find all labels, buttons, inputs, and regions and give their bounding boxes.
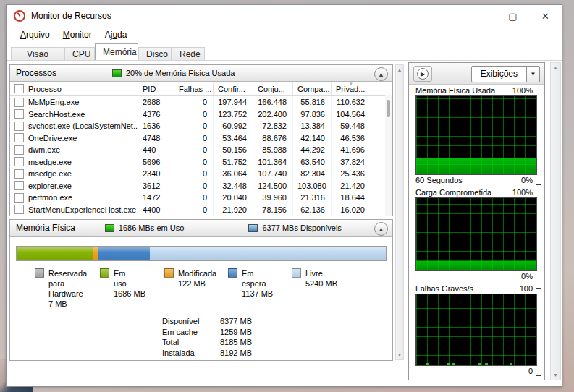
scroll-down-icon[interactable]: ▼ — [396, 350, 403, 359]
row-checkbox[interactable] — [14, 157, 24, 166]
cell-privad: 16.020 — [331, 204, 371, 216]
right-panel-scrollbar[interactable]: ▲ ▼ — [550, 62, 561, 380]
column-header-0[interactable]: Processo — [10, 82, 138, 95]
maximize-button[interactable]: ▢ — [497, 5, 529, 27]
process-name: dwm.exe — [28, 145, 60, 154]
cell-compa: 62.136 — [292, 204, 331, 216]
tab-rede[interactable]: Rede — [172, 47, 205, 60]
cell-compa: 97.836 — [292, 108, 331, 121]
row-checkbox[interactable] — [14, 181, 24, 190]
views-button[interactable]: Exibições ▼ — [471, 66, 540, 82]
menu-item-monitor[interactable]: Monitor — [56, 28, 98, 41]
cell-pid: 4748 — [138, 132, 174, 145]
graphs-panel-header: ▶ Exibições ▼ — [409, 63, 544, 85]
cell-privad: 18.644 — [331, 192, 371, 204]
graph-min-label: 0% — [521, 272, 533, 283]
minimize-button[interactable]: – — [464, 5, 497, 27]
tab-visão-geral[interactable]: Visão Geral — [11, 47, 64, 60]
close-button[interactable]: ✕ — [529, 5, 562, 27]
menu-item-arquivo[interactable]: Arquivo — [14, 28, 56, 41]
cell-confir: 60.992 — [213, 120, 253, 132]
column-header-5[interactable]: Compa... — [292, 82, 331, 95]
tab-memória[interactable]: Memória — [95, 43, 138, 60]
legend-item: Emespera1137 MB — [228, 268, 290, 299]
menu-item-ajuda[interactable]: Ajuda — [98, 28, 134, 41]
cell-confir: 123.752 — [213, 108, 253, 121]
row-checkbox[interactable] — [14, 169, 24, 179]
table-row[interactable]: msedge.exe2340036.064107.74082.30425.436 — [10, 168, 392, 180]
legend-item: Emuso1686 MB — [100, 268, 162, 299]
process-table-scrollbar[interactable] — [385, 95, 392, 216]
table-row[interactable]: StartMenuExperienceHost.exe4400021.92078… — [10, 204, 392, 216]
column-header-6[interactable]: Privad...∨ — [331, 82, 371, 95]
available-text: 6377 MBs Disponíveis — [262, 223, 341, 232]
select-all-checkbox[interactable] — [14, 84, 24, 93]
cell-pid: 2688 — [138, 96, 174, 108]
graph-bottom-row: 0 — [409, 366, 544, 378]
cell-conju: 78.156 — [253, 204, 292, 216]
cell-confir: 21.920 — [213, 204, 253, 216]
cell-conju: 101.364 — [253, 156, 292, 169]
maximize-icon: ▢ — [508, 11, 517, 22]
bar-segment-livre — [150, 247, 386, 260]
tab-cpu[interactable]: CPU — [64, 47, 95, 60]
table-row[interactable]: SearchHost.exe43760123.752202.40097.8361… — [10, 108, 392, 121]
processes-collapse-button[interactable]: ▲ — [374, 67, 388, 81]
table-row[interactable]: msedge.exe5696051.752101.36463.54037.824 — [10, 156, 392, 169]
graph-max-label: 100 — [520, 284, 533, 293]
row-checkbox[interactable] — [14, 193, 24, 203]
legend-swatch — [35, 268, 44, 278]
row-checkbox[interactable] — [14, 205, 24, 214]
column-header-1[interactable]: PID — [138, 82, 174, 95]
graphs-container: Memória Física Usada100%60 Segundos0%Car… — [409, 85, 544, 378]
left-column-scrollbar[interactable]: ▲ ▼ — [395, 64, 404, 360]
process-name: SearchHost.exe — [28, 110, 85, 119]
in-use-icon — [105, 224, 114, 232]
expand-panel-button[interactable]: ▶ — [413, 66, 432, 82]
process-name: perfmon.exe — [28, 193, 72, 202]
cell-falhas: 0 — [174, 168, 213, 180]
process-name: msedge.exe — [28, 158, 72, 166]
graph-scale-bracket — [536, 192, 541, 281]
column-header-3[interactable]: Confir... — [213, 82, 253, 95]
stat-row: Total8185 MB — [162, 337, 271, 348]
stat-label: Disponível — [162, 316, 220, 327]
stat-label: Total — [162, 337, 220, 348]
column-header-2[interactable]: Falhas ... — [174, 82, 213, 95]
table-row[interactable]: OneDrive.exe4748053.46488.67642.14046.53… — [10, 132, 392, 145]
stat-row: Instalada8192 MB — [162, 348, 271, 359]
cell-pid: 4400 — [138, 204, 174, 216]
legend-text: Emuso1686 MB — [114, 268, 145, 299]
row-checkbox[interactable] — [14, 145, 24, 155]
table-row[interactable]: perfmon.exe1472020.04039.96021.31618.644 — [10, 192, 392, 204]
bar-segment-em-espera — [98, 247, 150, 260]
titlebar: Monitor de Recursos – ▢ ✕ — [7, 5, 562, 27]
row-checkbox[interactable] — [14, 122, 24, 131]
stat-value: 1259 MB — [220, 327, 271, 338]
row-checkbox[interactable] — [14, 109, 24, 119]
processes-status-text: 20% de Memória Física Usada — [126, 69, 235, 77]
table-row[interactable]: svchost.exe (LocalSystemNet...1636060.99… — [10, 120, 392, 132]
scrollbar-thumb[interactable] — [387, 100, 390, 117]
table-row[interactable]: MsMpEng.exe26880197.944166.44855.816110.… — [10, 96, 392, 108]
graph-label-row: Carga Comprometida100% — [409, 187, 544, 197]
graph-label-row: Memória Física Usada100% — [409, 85, 544, 95]
physical-memory-collapse-button[interactable]: ▲ — [374, 222, 388, 236]
row-checkbox[interactable] — [14, 98, 24, 107]
scroll-up-icon[interactable]: ▲ — [551, 63, 560, 72]
cell-compa: 63.540 — [292, 156, 331, 169]
cell-compa: 82.304 — [292, 168, 331, 180]
table-row[interactable]: explorer.exe3612032.448124.500103.08021.… — [10, 180, 392, 192]
scroll-up-icon[interactable]: ▲ — [396, 65, 403, 74]
memory-composition-bar — [16, 246, 387, 261]
memory-in-use-status: 1686 MBs em Uso — [105, 223, 249, 232]
cell-falhas: 0 — [174, 180, 213, 192]
legend-item: Modificada122 MB — [164, 268, 227, 289]
column-header-4[interactable]: Conju... — [253, 82, 292, 95]
chevron-down-icon[interactable]: ▼ — [526, 67, 539, 82]
scroll-down-icon[interactable]: ▼ — [551, 370, 560, 380]
tab-disco[interactable]: Disco — [138, 47, 172, 60]
row-checkbox[interactable] — [14, 133, 24, 142]
legend-item: Livre5240 MB — [292, 268, 354, 289]
table-row[interactable]: dwm.exe440050.15685.98844.29241.696 — [10, 144, 392, 156]
